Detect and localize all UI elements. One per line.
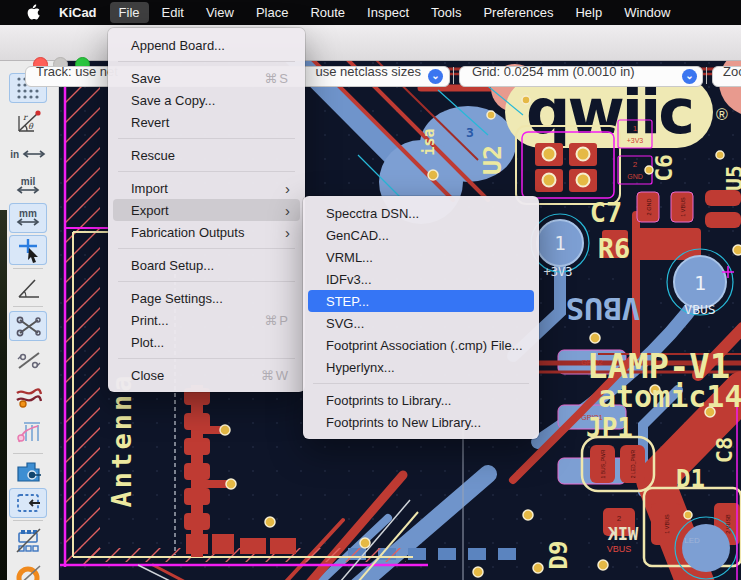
svg-text:1 BUS_PWR: 1 BUS_PWR — [600, 449, 606, 478]
menubar-item-inspect[interactable]: Inspect — [358, 2, 418, 23]
svg-text:R6: R6 — [598, 233, 631, 264]
submenu-arrow-icon: › — [285, 181, 290, 196]
svg-text:VBUS: VBUS — [607, 544, 632, 554]
submenu-arrow-icon: › — [285, 203, 290, 218]
menubar: KiCad File Edit View Place Route Inspect… — [0, 0, 741, 25]
menubar-item-edit[interactable]: Edit — [153, 2, 193, 23]
svg-text:VBUS: VBUS — [684, 302, 715, 317]
local-ratsnest-icon[interactable] — [9, 457, 47, 487]
svg-text:U5: U5 — [723, 165, 741, 190]
grid-select[interactable]: Grid: 0.0254 mm (0.0010 in) ⌄ — [459, 66, 703, 87]
menu-item-close[interactable]: Close⌘W — [113, 364, 300, 386]
menu-item-print[interactable]: Print...⌘P — [113, 309, 300, 331]
menubar-item-preferences[interactable]: Preferences — [474, 2, 562, 23]
menubar-item-place[interactable]: Place — [247, 2, 298, 23]
angle-measure-icon[interactable] — [9, 272, 47, 302]
menu-item-svg[interactable]: SVG... — [308, 312, 534, 334]
highlight-net-icon[interactable] — [9, 558, 47, 580]
svg-text:2 VUSB: 2 VUSB — [725, 514, 731, 534]
menu-item-idfv3[interactable]: IDFv3... — [308, 268, 534, 290]
menubar-item-kicad[interactable]: KiCad — [50, 2, 106, 23]
show-ratsnest-icon[interactable] — [9, 382, 47, 412]
svg-text:JP1: JP1 — [586, 413, 633, 443]
svg-text:WIK: WIK — [607, 524, 638, 544]
svg-text:2: 2 — [633, 160, 638, 169]
units-mm-icon[interactable]: mm — [9, 203, 47, 233]
svg-text:2: 2 — [617, 514, 622, 523]
menu-item-export[interactable]: Export› — [113, 199, 300, 221]
zoom-select[interactable]: Zoom — [712, 66, 741, 87]
menu-item-step[interactable]: STEP... — [308, 290, 534, 312]
svg-text:Antenna: Antenna — [106, 373, 137, 508]
svg-text:C6: C6 — [651, 154, 677, 182]
svg-text:C8: C8 — [712, 437, 737, 464]
svg-text:3: 3 — [466, 125, 474, 140]
svg-text:GND: GND — [627, 173, 643, 180]
svg-text:®: ® — [716, 106, 728, 123]
chevron-down-icon[interactable]: ⌄ — [428, 69, 443, 84]
menu-item-footprints-to-library[interactable]: Footprints to Library... — [308, 389, 534, 411]
svg-text:atomic14: atomic14 — [598, 379, 741, 414]
left-toolbar: r θ in mil mm — [0, 60, 59, 580]
svg-text:D9: D9 — [545, 541, 573, 570]
menubar-item-help[interactable]: Help — [566, 2, 611, 23]
menu-item-specctra-dsn[interactable]: Specctra DSN... — [308, 202, 534, 224]
menubar-item-tools[interactable]: Tools — [422, 2, 470, 23]
trim-tracks-icon[interactable] — [9, 311, 47, 341]
curved-ratsnest-icon[interactable] — [9, 417, 47, 447]
menubar-item-file[interactable]: File — [110, 2, 149, 23]
svg-text:θ: θ — [28, 122, 34, 131]
svg-text:1 VBUS: 1 VBUS — [680, 197, 686, 217]
submenu-arrow-icon: › — [285, 225, 290, 240]
svg-text:D1: D1 — [676, 465, 705, 493]
menubar-item-window[interactable]: Window — [615, 2, 679, 23]
menu-item-save-a-copy[interactable]: Save a Copy... — [113, 89, 300, 111]
menubar-item-route[interactable]: Route — [301, 2, 354, 23]
svg-text:r: r — [23, 113, 28, 122]
svg-text:1: 1 — [694, 271, 706, 295]
svg-text:VBUS: VBUS — [566, 291, 641, 327]
draw-sheet-icon[interactable] — [9, 488, 47, 518]
cursor-crosshair-icon[interactable] — [9, 235, 47, 265]
menu-item-append-board[interactable]: Append Board... — [113, 34, 300, 56]
svg-text:U2: U2 — [478, 145, 507, 175]
svg-text:1: 1 — [554, 232, 565, 254]
chevron-down-icon[interactable]: ⌄ — [682, 69, 697, 84]
apple-icon[interactable] — [26, 5, 42, 21]
units-mils-icon[interactable]: mil — [9, 171, 47, 201]
track-width-label: Track: use net — [36, 66, 118, 79]
netclass-label: use netclass sizes — [316, 66, 422, 79]
svg-text:1: 1 — [633, 124, 638, 133]
menu-item-revert[interactable]: Revert — [113, 111, 300, 133]
menubar-item-view[interactable]: View — [197, 2, 243, 23]
desktop-wallpaper — [0, 210, 7, 580]
grid-label: Grid: 0.0254 mm (0.0010 in) — [472, 66, 635, 79]
svg-text:+3V3: +3V3 — [627, 137, 644, 144]
polar-coords-icon[interactable]: r θ — [9, 106, 47, 136]
menu-item-vrml[interactable]: VRML... — [308, 246, 534, 268]
svg-text:LED: LED — [684, 536, 700, 545]
svg-text:2 LED_PWR: 2 LED_PWR — [630, 449, 636, 478]
zoom-label: Zoom — [723, 66, 741, 79]
units-inches-icon[interactable]: in — [9, 139, 47, 169]
file-menu: Append Board... Save⌘S Save a Copy... Re… — [108, 28, 305, 392]
svg-text:2 GND: 2 GND — [646, 199, 652, 216]
svg-text:C7: C7 — [590, 197, 623, 228]
hide-footprints-icon[interactable] — [9, 525, 47, 555]
svg-text:isa: isa — [420, 128, 438, 155]
menu-item-board-setup[interactable]: Board Setup... — [113, 254, 300, 276]
menu-item-fabrication-outputs[interactable]: Fabrication Outputs› — [113, 221, 300, 243]
menu-item-footprint-association[interactable]: Footprint Association (.cmp) File... — [308, 334, 534, 356]
menu-item-page-settings[interactable]: Page Settings... — [113, 287, 300, 309]
menu-item-rescue[interactable]: Rescue — [113, 144, 300, 166]
mirrored-text: WIK — [607, 524, 638, 544]
kicad-window: qwiic ® 1 +3V3 2 GND — [0, 0, 741, 580]
svg-text:1 VBUS: 1 VBUS — [664, 514, 670, 534]
menu-item-gencad[interactable]: GenCAD... — [308, 224, 534, 246]
menu-item-footprints-to-new-library[interactable]: Footprints to New Library... — [308, 411, 534, 433]
menu-item-import[interactable]: Import› — [113, 177, 300, 199]
menu-item-save[interactable]: Save⌘S — [113, 67, 300, 89]
delete-track-icon[interactable] — [9, 345, 47, 375]
menu-item-plot[interactable]: Plot... — [113, 331, 300, 353]
menu-item-hyperlynx[interactable]: Hyperlynx... — [308, 356, 534, 378]
